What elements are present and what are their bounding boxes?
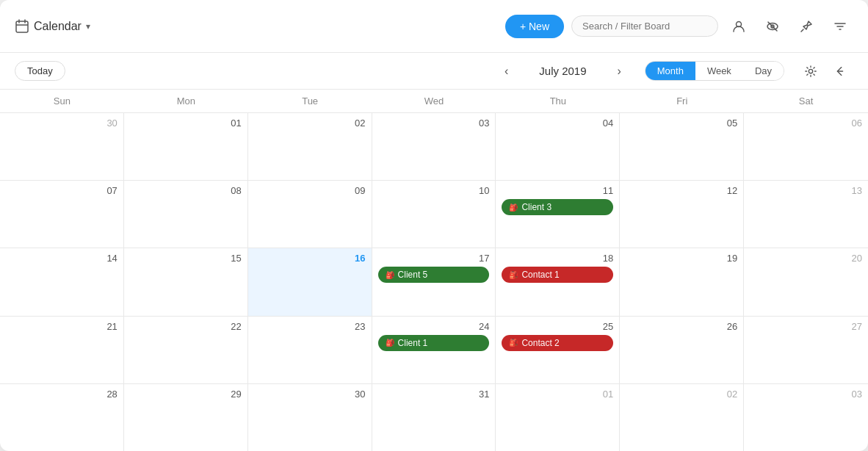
day-header: Mon bbox=[124, 90, 248, 112]
briefcase-icon: 🎒 bbox=[386, 339, 394, 347]
header-left: Calendar ▾ bbox=[15, 19, 496, 34]
day-cell[interactable]: 09 bbox=[248, 181, 372, 248]
day-cell[interactable]: 24🎒Client 1 bbox=[372, 317, 496, 383]
day-number: 29 bbox=[130, 389, 242, 400]
day-cell[interactable]: 01 bbox=[496, 384, 620, 451]
toolbar-icons bbox=[798, 58, 853, 84]
event-label: Client 5 bbox=[398, 270, 428, 280]
event-label: Contact 2 bbox=[521, 338, 559, 348]
day-number: 06 bbox=[750, 118, 862, 129]
day-cell[interactable]: 16 bbox=[248, 248, 372, 315]
day-cell[interactable]: 20 bbox=[744, 248, 868, 315]
filter-icon-button[interactable] bbox=[827, 13, 853, 40]
day-number: 07 bbox=[6, 185, 117, 196]
day-number: 02 bbox=[254, 118, 366, 129]
day-cell[interactable]: 05 bbox=[620, 113, 744, 180]
day-number: 19 bbox=[626, 253, 737, 264]
day-number: 25 bbox=[502, 321, 613, 332]
svg-line-8 bbox=[801, 29, 803, 32]
calendar-icon bbox=[15, 19, 29, 34]
user-icon-button[interactable] bbox=[726, 13, 752, 40]
day-number: 17 bbox=[378, 253, 490, 264]
day-cell[interactable]: 04 bbox=[496, 113, 620, 180]
event-pill[interactable]: 🎒Client 1 bbox=[378, 335, 490, 351]
day-cell[interactable]: 19 bbox=[620, 248, 744, 315]
day-cell[interactable]: 07 bbox=[0, 181, 124, 248]
day-cell[interactable]: 01 bbox=[124, 113, 248, 180]
day-cell[interactable]: 13 bbox=[744, 181, 868, 248]
pin-icon-button[interactable] bbox=[793, 13, 820, 40]
day-view-button[interactable]: Day bbox=[743, 62, 784, 80]
day-cell[interactable]: 21 bbox=[0, 317, 124, 383]
prev-month-button[interactable]: ‹ bbox=[499, 62, 514, 81]
day-number: 18 bbox=[502, 253, 613, 264]
pin-icon bbox=[799, 19, 814, 34]
week-row: 14151617🎒Client 518🎒Contact 11920 bbox=[0, 248, 868, 316]
collapse-icon-button[interactable] bbox=[827, 58, 853, 84]
day-cell[interactable]: 02 bbox=[620, 384, 744, 451]
event-pill[interactable]: 🎒Client 3 bbox=[502, 199, 613, 215]
week-row: 0708091011🎒Client 31213 bbox=[0, 181, 868, 248]
filter-icon bbox=[833, 19, 847, 34]
day-cell[interactable]: 28 bbox=[0, 384, 124, 451]
week-view-button[interactable]: Week bbox=[695, 62, 743, 80]
nav-title: July 2019 bbox=[526, 65, 599, 77]
event-pill[interactable]: 🎒Contact 2 bbox=[502, 335, 613, 351]
settings-icon bbox=[804, 65, 817, 78]
day-cell[interactable]: 23 bbox=[248, 317, 372, 383]
event-label: Client 1 bbox=[398, 338, 428, 348]
eye-icon-button[interactable] bbox=[759, 13, 786, 40]
day-number: 08 bbox=[130, 185, 242, 196]
day-cell[interactable]: 08 bbox=[124, 181, 248, 248]
today-button[interactable]: Today bbox=[15, 61, 65, 81]
calendar-logo[interactable]: Calendar ▾ bbox=[15, 19, 90, 34]
event-pill[interactable]: 🎒Client 5 bbox=[378, 267, 490, 283]
day-number: 20 bbox=[750, 253, 862, 264]
event-pill[interactable]: 🎒Contact 1 bbox=[502, 267, 613, 283]
day-cell[interactable]: 30 bbox=[0, 113, 124, 180]
day-cell[interactable]: 10 bbox=[372, 181, 496, 248]
day-cell[interactable]: 11🎒Client 3 bbox=[496, 181, 620, 248]
day-cell[interactable]: 30 bbox=[248, 384, 372, 451]
day-cell[interactable]: 29 bbox=[124, 384, 248, 451]
month-view-button[interactable]: Month bbox=[645, 62, 695, 80]
day-header: Tue bbox=[248, 90, 372, 112]
day-cell[interactable]: 26 bbox=[620, 317, 744, 383]
day-cell[interactable]: 03 bbox=[372, 113, 496, 180]
day-cell[interactable]: 27 bbox=[744, 317, 868, 383]
day-cell[interactable]: 25🎒Contact 2 bbox=[496, 317, 620, 383]
day-number: 22 bbox=[130, 321, 242, 332]
header-actions: + New bbox=[505, 13, 853, 40]
briefcase-icon: 🎒 bbox=[509, 203, 518, 212]
day-cell[interactable]: 15 bbox=[124, 248, 248, 315]
day-cell[interactable]: 02 bbox=[248, 113, 372, 180]
week-row: 30010203040506 bbox=[0, 113, 868, 181]
briefcase-icon: 🎒 bbox=[509, 339, 518, 347]
day-number: 23 bbox=[254, 321, 366, 332]
day-number: 05 bbox=[626, 118, 737, 129]
new-button[interactable]: + New bbox=[505, 15, 564, 38]
eye-icon bbox=[765, 19, 780, 34]
day-cell[interactable]: 03 bbox=[744, 384, 868, 451]
day-cell[interactable]: 17🎒Client 5 bbox=[372, 248, 496, 315]
day-number: 27 bbox=[750, 321, 862, 332]
next-month-button[interactable]: › bbox=[611, 62, 626, 81]
day-number: 02 bbox=[626, 389, 737, 400]
day-number: 10 bbox=[378, 185, 490, 196]
view-switcher: Month Week Day bbox=[645, 61, 784, 81]
week-row: 21222324🎒Client 125🎒Contact 22627 bbox=[0, 317, 868, 384]
day-cell[interactable]: 18🎒Contact 1 bbox=[496, 248, 620, 315]
day-number: 11 bbox=[502, 185, 613, 196]
day-cell[interactable]: 31 bbox=[372, 384, 496, 451]
day-number: 01 bbox=[130, 118, 242, 129]
search-input[interactable] bbox=[571, 15, 718, 37]
day-cell[interactable]: 12 bbox=[620, 181, 744, 248]
settings-icon-button[interactable] bbox=[798, 58, 824, 84]
day-cell[interactable]: 06 bbox=[744, 113, 868, 180]
weeks-container: 300102030405060708091011🎒Client 31213141… bbox=[0, 113, 868, 451]
chevron-down-icon: ▾ bbox=[86, 21, 90, 32]
day-cell[interactable]: 14 bbox=[0, 248, 124, 315]
day-headers: SunMonTueWedThuFriSat bbox=[0, 90, 868, 113]
day-number: 30 bbox=[254, 389, 366, 400]
day-cell[interactable]: 22 bbox=[124, 317, 248, 383]
